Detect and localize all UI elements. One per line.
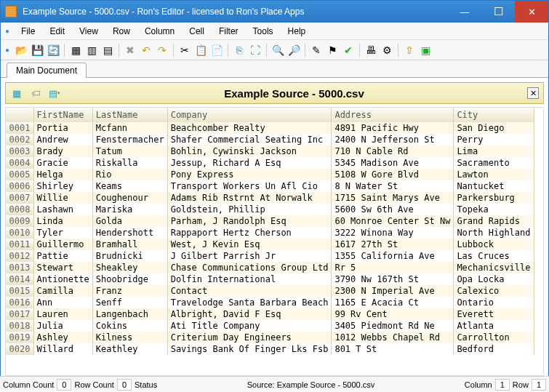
- column-header-firstname[interactable]: FirstName: [33, 108, 92, 122]
- cell-city[interactable]: Calexico: [454, 285, 534, 297]
- row-number[interactable]: 0007: [6, 192, 33, 204]
- banner-grid-icon[interactable]: ▤▾: [48, 87, 61, 99]
- table-row[interactable]: 0014AntionetteShoobridgeDolfin Internati…: [6, 273, 534, 285]
- add-column-icon[interactable]: ▥: [84, 43, 99, 57]
- row-number[interactable]: 0012: [6, 250, 33, 262]
- banner-tag-icon[interactable]: 🏷: [29, 87, 42, 99]
- cell-company[interactable]: J Gilbert Parrish Jr: [167, 250, 332, 262]
- flag-icon[interactable]: ⚑: [325, 43, 340, 57]
- row-number[interactable]: 0005: [6, 169, 33, 180]
- cell-company[interactable]: West, J Kevin Esq: [167, 239, 332, 250]
- select-all-icon[interactable]: ⛶: [248, 43, 263, 57]
- cell-firstname[interactable]: Willie: [33, 192, 92, 204]
- cell-firstname[interactable]: Lauren: [33, 308, 92, 320]
- refresh-icon[interactable]: 🔄: [46, 43, 60, 57]
- cell-city[interactable]: Ontario: [454, 297, 534, 308]
- cell-company[interactable]: Criterium Day Engineers: [167, 332, 332, 343]
- maximize-button[interactable]: ☐: [481, 1, 515, 23]
- cell-address[interactable]: 1617 27th St: [332, 239, 454, 250]
- cell-lastname[interactable]: Senff: [92, 297, 167, 308]
- cell-city[interactable]: Everett: [454, 308, 534, 320]
- open-icon[interactable]: 📂: [14, 43, 28, 57]
- row-number[interactable]: 0011: [6, 239, 33, 250]
- cell-company[interactable]: Bohlin, Cywinski Jackson: [167, 145, 332, 157]
- cell-lastname[interactable]: Cokins: [92, 320, 167, 332]
- table-row[interactable]: 0018JuliaCokinsAti Title Company3405 Pie…: [6, 320, 534, 332]
- column-header-address[interactable]: Address: [332, 108, 454, 122]
- titlebar[interactable]: Example Source - 5000.csv - Ron's Editor…: [1, 1, 548, 23]
- cell-address[interactable]: 3405 Piedmont Rd Ne: [332, 320, 454, 332]
- menu-file[interactable]: File: [14, 24, 42, 39]
- cell-firstname[interactable]: Gracie: [33, 157, 92, 169]
- cell-city[interactable]: Mechanicsville: [454, 262, 534, 273]
- cell-city[interactable]: Carrollton: [454, 332, 534, 343]
- row-number[interactable]: 0010: [6, 227, 33, 239]
- cell-company[interactable]: Shafer Commercial Seating Inc: [167, 134, 332, 145]
- menu-cell[interactable]: Cell: [182, 24, 212, 39]
- tab-main-document[interactable]: Main Document: [7, 63, 87, 78]
- row-number[interactable]: 0004: [6, 157, 33, 169]
- cell-firstname[interactable]: Linda: [33, 215, 92, 227]
- menu-help[interactable]: Help: [281, 24, 313, 39]
- data-grid[interactable]: FirstNameLastNameCompanyAddressCity0001P…: [5, 107, 544, 376]
- settings-icon[interactable]: ⚙: [380, 43, 394, 57]
- cell-city[interactable]: North Highland: [454, 227, 534, 239]
- cut-icon[interactable]: ✂: [177, 43, 192, 57]
- cell-lastname[interactable]: Bramhall: [92, 239, 167, 250]
- cell-firstname[interactable]: Tyler: [33, 227, 92, 239]
- cell-firstname[interactable]: Guillermo: [33, 239, 92, 250]
- cell-company[interactable]: Travelodge Santa Barbara Beach: [167, 297, 332, 308]
- banner-close-button[interactable]: ✕: [527, 87, 539, 99]
- cell-firstname[interactable]: Julia: [33, 320, 92, 332]
- row-number[interactable]: 0015: [6, 285, 33, 297]
- cell-company[interactable]: Savings Bank Of Finger Lks Fsb: [167, 343, 332, 355]
- check-icon[interactable]: ✔: [341, 43, 356, 57]
- cell-address[interactable]: 4891 Pacific Hwy: [332, 122, 454, 134]
- cell-lastname[interactable]: Langenbach: [92, 308, 167, 320]
- delete-icon[interactable]: ✖: [123, 43, 137, 57]
- cell-address[interactable]: 60 Monroe Center St Nw: [332, 215, 454, 227]
- table-row[interactable]: 0004GracieRiskallaJessup, Richard A Esq5…: [6, 157, 534, 169]
- cell-lastname[interactable]: Kilness: [92, 332, 167, 343]
- cell-city[interactable]: Lubbock: [454, 239, 534, 250]
- row-number[interactable]: 0017: [6, 308, 33, 320]
- table-row[interactable]: 0010TylerHendershottRappaport Hertz Cher…: [6, 227, 534, 239]
- cell-city[interactable]: Lawton: [454, 169, 534, 180]
- cell-address[interactable]: 1012 Webbs Chapel Rd: [332, 332, 454, 343]
- cell-lastname[interactable]: Mariska: [92, 204, 167, 215]
- cell-lastname[interactable]: Hendershott: [92, 227, 167, 239]
- row-number[interactable]: 0013: [6, 262, 33, 273]
- cell-city[interactable]: Topeka: [454, 204, 534, 215]
- cell-firstname[interactable]: Helga: [33, 169, 92, 180]
- cell-firstname[interactable]: Stewart: [33, 262, 92, 273]
- cell-address[interactable]: 3222 Winona Way: [332, 227, 454, 239]
- cell-address[interactable]: 5600 Sw 6th Ave: [332, 204, 454, 215]
- cell-company[interactable]: Rappaport Hertz Cherson: [167, 227, 332, 239]
- cell-address[interactable]: 1715 Saint Marys Ave: [332, 192, 454, 204]
- cell-address[interactable]: 1165 E Acacia Ct: [332, 297, 454, 308]
- cell-company[interactable]: Transport Workers Un Afl Cio: [167, 180, 332, 192]
- row-number[interactable]: 0020: [6, 343, 33, 355]
- cell-city[interactable]: Atlanta: [454, 320, 534, 332]
- row-number[interactable]: 0019: [6, 332, 33, 343]
- cell-firstname[interactable]: Portia: [33, 122, 92, 134]
- cell-city[interactable]: Las Cruces: [454, 250, 534, 262]
- cell-city[interactable]: Grand Rapids: [454, 215, 534, 227]
- row-number[interactable]: 0014: [6, 273, 33, 285]
- cell-address[interactable]: 5108 W Gore Blvd: [332, 169, 454, 180]
- cell-address[interactable]: Rr 5: [332, 262, 454, 273]
- table-row[interactable]: 0002AndrewFenstermacherShafer Commercial…: [6, 134, 534, 145]
- cell-firstname[interactable]: Ashley: [33, 332, 92, 343]
- column-header-company[interactable]: Company: [167, 108, 332, 122]
- cell-company[interactable]: Jessup, Richard A Esq: [167, 157, 332, 169]
- minimize-button[interactable]: —: [448, 1, 481, 23]
- table-row[interactable]: 0011GuillermoBramhallWest, J Kevin Esq16…: [6, 239, 534, 250]
- menu-edit[interactable]: Edit: [42, 24, 72, 39]
- table-row[interactable]: 0012PattieBrudnickiJ Gilbert Parrish Jr1…: [6, 250, 534, 262]
- cell-lastname[interactable]: Golda: [92, 215, 167, 227]
- zoom-out-icon[interactable]: 🔎: [286, 43, 301, 57]
- menu-filter[interactable]: Filter: [212, 24, 246, 39]
- cell-lastname[interactable]: Shoobridge: [92, 273, 167, 285]
- undo-icon[interactable]: ↶: [139, 43, 153, 57]
- cell-firstname[interactable]: Willard: [33, 343, 92, 355]
